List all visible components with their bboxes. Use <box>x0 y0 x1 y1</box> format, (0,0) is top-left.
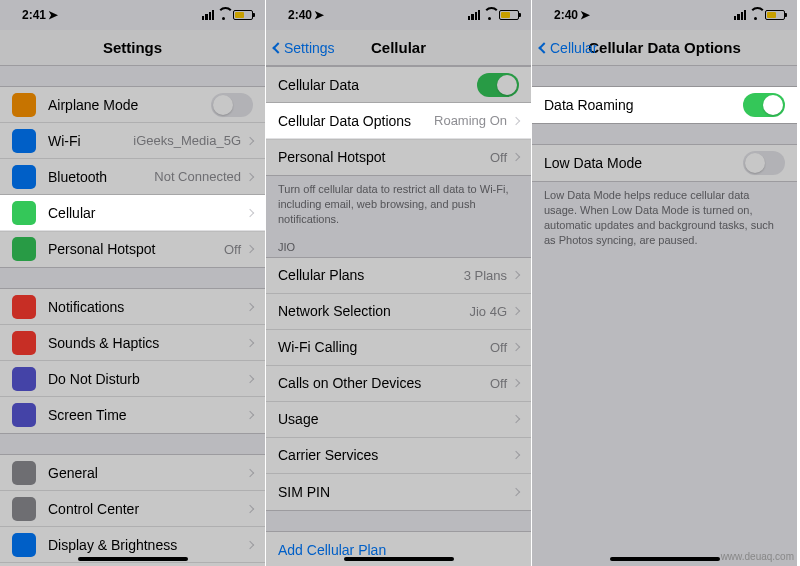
location-icon: ➤ <box>314 8 324 22</box>
back-button[interactable]: Cellular <box>540 40 597 56</box>
list-item[interactable]: Airplane Mode <box>0 87 265 123</box>
chevron-right-icon <box>246 208 254 216</box>
page-title: Settings <box>103 39 162 56</box>
home-indicator[interactable] <box>344 557 454 561</box>
row-value: 3 Plans <box>464 268 507 283</box>
list-item[interactable]: Cellular Plans3 Plans <box>266 258 531 294</box>
list-item[interactable]: Do Not Disturb <box>0 361 265 397</box>
status-bar: 2:40➤ <box>266 0 531 30</box>
home-indicator[interactable] <box>610 557 720 561</box>
time: 2:40 <box>554 8 578 22</box>
cellular-screen: 2:40➤ Settings Cellular Cellular DataCel… <box>266 0 532 566</box>
data-roaming-row[interactable]: Data Roaming <box>532 87 797 123</box>
general-icon <box>12 461 36 485</box>
list-item[interactable]: Network SelectionJio 4G <box>266 294 531 330</box>
airplane-icon <box>12 93 36 117</box>
row-value: Off <box>224 242 241 257</box>
toggle[interactable] <box>211 93 253 117</box>
list-item[interactable]: BluetoothNot Connected <box>0 159 265 195</box>
hotspot-icon <box>12 237 36 261</box>
row-value: iGeeks_Media_5G <box>133 133 241 148</box>
row-label: Usage <box>278 411 507 427</box>
list-item[interactable]: Notifications <box>0 289 265 325</box>
location-icon: ➤ <box>48 8 58 22</box>
list-item[interactable]: Control Center <box>0 491 265 527</box>
row-label: Do Not Disturb <box>48 371 241 387</box>
header: Cellular Cellular Data Options <box>532 30 797 66</box>
list-item[interactable]: Wi-FiiGeeks_Media_5G <box>0 123 265 159</box>
wifi-status-icon <box>217 10 230 20</box>
list-item[interactable]: General <box>0 455 265 491</box>
row-label: Low Data Mode <box>544 155 743 171</box>
chevron-right-icon <box>512 307 520 315</box>
row-label: Cellular <box>48 205 241 221</box>
bluetooth-icon <box>12 165 36 189</box>
row-label: Cellular Data <box>278 77 477 93</box>
carrier-header: JIO <box>266 227 531 257</box>
home-indicator[interactable] <box>78 557 188 561</box>
chevron-right-icon <box>512 487 520 495</box>
chevron-right-icon <box>246 374 254 382</box>
list-item[interactable]: Cellular <box>0 195 265 231</box>
header: Settings <box>0 30 265 66</box>
row-value: Off <box>490 340 507 355</box>
cellular-note: Turn off cellular data to restrict all d… <box>266 176 531 227</box>
signal-icon <box>468 10 480 20</box>
row-label: Control Center <box>48 501 241 517</box>
list-item[interactable]: Calls on Other DevicesOff <box>266 366 531 402</box>
list-item[interactable]: Personal HotspotOff <box>0 231 265 267</box>
watermark: www.deuaq.com <box>721 551 794 562</box>
row-label: Data Roaming <box>544 97 743 113</box>
row-label: Cellular Data Options <box>278 113 434 129</box>
list-item[interactable]: Personal HotspotOff <box>266 139 531 175</box>
location-icon: ➤ <box>580 8 590 22</box>
list-item[interactable]: Carrier Services <box>266 438 531 474</box>
low-data-mode-row[interactable]: Low Data Mode <box>532 145 797 181</box>
row-label: Cellular Plans <box>278 267 464 283</box>
list-item[interactable]: Wi-Fi CallingOff <box>266 330 531 366</box>
low-data-mode-toggle[interactable] <box>743 151 785 175</box>
chevron-right-icon <box>246 540 254 548</box>
list-item[interactable]: Screen Time <box>0 397 265 433</box>
chevron-right-icon <box>246 504 254 512</box>
sounds-icon <box>12 331 36 355</box>
chevron-right-icon <box>512 343 520 351</box>
settings-screen: 2:41➤ Settings Airplane ModeWi-FiiGeeks_… <box>0 0 266 566</box>
list-item[interactable]: Cellular Data OptionsRoaming On <box>266 103 531 139</box>
back-button[interactable]: Settings <box>274 40 335 56</box>
back-label: Cellular <box>550 40 597 56</box>
header: Settings Cellular <box>266 30 531 66</box>
list-item[interactable]: Usage <box>266 402 531 438</box>
back-label: Settings <box>284 40 335 56</box>
battery-icon <box>765 10 785 20</box>
chevron-right-icon <box>512 451 520 459</box>
row-label: Network Selection <box>278 303 469 319</box>
row-label: Calls on Other Devices <box>278 375 490 391</box>
wifi-status-icon <box>483 10 496 20</box>
dnd-icon <box>12 367 36 391</box>
display-icon <box>12 533 36 557</box>
list-item[interactable]: Sounds & Haptics <box>0 325 265 361</box>
status-bar: 2:41➤ <box>0 0 265 30</box>
row-value: Jio 4G <box>469 304 507 319</box>
chevron-right-icon <box>246 302 254 310</box>
chevron-left-icon <box>272 42 283 53</box>
low-data-note: Low Data Mode helps reduce cellular data… <box>532 182 797 247</box>
row-label: Sounds & Haptics <box>48 335 241 351</box>
list-item[interactable]: SIM PIN <box>266 474 531 510</box>
cellular-icon <box>12 201 36 225</box>
row-label: SIM PIN <box>278 484 507 500</box>
chevron-right-icon <box>512 271 520 279</box>
list-item[interactable]: Cellular Data <box>266 67 531 103</box>
data-roaming-toggle[interactable] <box>743 93 785 117</box>
notifications-icon <box>12 295 36 319</box>
toggle[interactable] <box>477 73 519 97</box>
chevron-right-icon <box>512 415 520 423</box>
screentime-icon <box>12 403 36 427</box>
row-label: Airplane Mode <box>48 97 211 113</box>
chevron-right-icon <box>246 245 254 253</box>
chevron-right-icon <box>246 338 254 346</box>
controlcenter-icon <box>12 497 36 521</box>
chevron-right-icon <box>246 136 254 144</box>
chevron-right-icon <box>246 411 254 419</box>
